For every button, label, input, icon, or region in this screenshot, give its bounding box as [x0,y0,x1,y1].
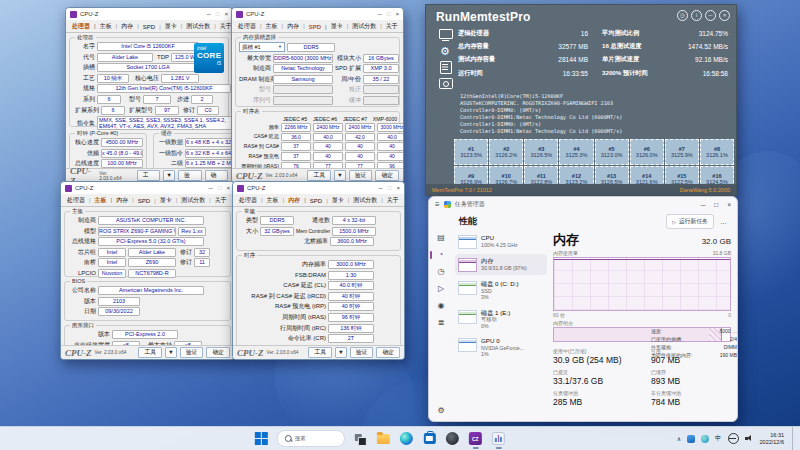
tray-clock[interactable]: 16:31 2022/12/6 [760,432,784,446]
performance-list-item[interactable]: CPU 100% 4.25 GHz [455,231,547,252]
tab-graphics[interactable]: 显卡 [163,22,185,31]
tools-dropdown[interactable]: ▼ [165,347,177,358]
tab-processor[interactable]: 处理器 [65,196,93,205]
nav-performance-icon[interactable]: ◔ [437,250,446,259]
performance-list-item[interactable]: 内存 30.9/31.8 GB (97%) [455,254,547,275]
performance-list-item[interactable]: 磁盘 1 (E:) 可移动 0% [455,306,547,333]
titlebar[interactable]: ≡ 任务管理器 ─ □ × [429,197,737,212]
tab-memory[interactable]: 内存 [119,22,141,31]
tab-mainboard[interactable]: 主板 [98,22,120,31]
tab-graphics[interactable]: 显卡 [330,196,352,205]
tools-button[interactable]: 工具 [137,170,160,181]
tab-about[interactable]: 关于 [213,196,229,205]
tab-bench[interactable]: 测试分数 [351,196,385,205]
close-icon[interactable]: × [396,182,400,194]
tab-spd[interactable]: SPD [141,24,163,30]
taskbar-search[interactable]: 搜索 [277,430,345,447]
tools-dropdown[interactable]: ▼ [163,170,175,181]
store-button[interactable] [422,431,437,446]
network-icon[interactable] [728,433,739,444]
tools-dropdown[interactable]: ▼ [334,170,346,181]
volume-icon[interactable] [745,435,754,443]
nav-processes-icon[interactable]: ▤ [437,233,445,242]
minimize-icon[interactable]: ─ [207,8,211,20]
camera-icon[interactable] [438,77,453,89]
more-options-button[interactable]: … [720,218,727,225]
titlebar[interactable]: CPU-Z ─□× [61,182,234,194]
tab-memory[interactable]: 内存 [285,22,307,31]
ok-button[interactable]: 确定 [375,170,399,181]
tools-dropdown[interactable]: ▼ [335,347,347,358]
tray-app-icon-2[interactable] [701,435,709,443]
run-new-task-button[interactable]: 运行新任务 [666,214,714,229]
tray-chevron-icon[interactable]: ∧ [677,435,681,442]
tab-processor[interactable]: 处理器 [236,22,264,31]
nav-details-icon[interactable]: ≣ [438,318,445,327]
tab-processor[interactable]: 处理器 [70,22,98,31]
show-desktop-button[interactable] [792,427,796,450]
tab-mainboard[interactable]: 主板 [93,196,115,205]
settings-gear-icon[interactable]: ⚙ [438,45,453,57]
close-icon[interactable]: × [226,182,230,194]
settings-gear-icon[interactable]: ⚙ [437,406,444,415]
tab-mainboard[interactable]: 主板 [265,196,287,205]
tab-processor[interactable]: 处理器 [237,196,265,205]
tab-graphics[interactable]: 显卡 [329,22,351,31]
nav-app-history-icon[interactable]: ◷ [438,267,445,276]
monitor-icon[interactable] [438,29,453,41]
tab-about[interactable]: 关于 [384,22,400,31]
slot-select[interactable]: 插槽 #1▼ [239,42,285,52]
tab-spd[interactable]: SPD [136,198,158,204]
performance-list-item[interactable]: GPU 0 NVIDIA GeForce... 1% [455,334,547,361]
validate-button[interactable]: 验证 [180,347,204,358]
minimize-icon[interactable]: ─ [379,182,383,194]
titlebar[interactable]: CPU-Z ─□× [66,8,232,20]
nav-users-icon[interactable]: ◉ [438,301,445,310]
tab-graphics[interactable]: 显卡 [158,196,180,205]
titlebar[interactable]: CPU-Z ─□× [232,8,403,20]
tray-app-icon-1[interactable] [687,435,695,443]
task-view-button[interactable] [353,431,368,446]
titlebar[interactable]: RunMemtestPro ◷ i ─ × [426,5,736,24]
edge-button[interactable] [399,431,414,446]
minimize-icon[interactable]: ─ [705,10,716,21]
ok-button[interactable]: 确定 [205,170,228,181]
tools-button[interactable]: 工具 [308,347,332,358]
report-icon[interactable] [438,61,453,73]
close-icon[interactable]: × [727,201,731,208]
tab-memory[interactable]: 内存 [114,196,136,205]
tools-button[interactable]: 工具 [307,170,331,181]
timer-icon[interactable]: ◷ [677,10,688,21]
performance-list-item[interactable]: 磁盘 0 (C: D:) SSD 3% [455,277,547,304]
app-button[interactable] [445,431,460,446]
tab-spd[interactable]: SPD [307,24,329,30]
titlebar[interactable]: CPU-Z ─□× [233,182,404,194]
minimize-icon[interactable]: ─ [701,201,706,208]
task-manager-taskbar-button[interactable] [491,431,506,446]
file-explorer-button[interactable] [376,431,391,446]
close-icon[interactable]: × [719,10,730,21]
minimize-icon[interactable]: ─ [209,182,213,194]
cpuz-taskbar-button[interactable]: CZ [468,431,483,446]
tab-memory[interactable]: 内存 [286,196,308,205]
tab-spd[interactable]: SPD [308,198,330,204]
start-button[interactable] [254,431,269,446]
ok-button[interactable]: 确定 [206,347,230,358]
nav-startup-icon[interactable]: ▷ [438,284,444,293]
info-icon[interactable]: i [691,10,702,21]
minimize-icon[interactable]: ─ [378,8,382,20]
tab-bench[interactable]: 测试分数 [350,22,384,31]
maximize-icon[interactable]: □ [714,201,718,208]
validate-button[interactable]: 验证 [350,347,374,358]
menu-icon[interactable]: ≡ [435,200,440,209]
tab-about[interactable]: 关于 [385,196,401,205]
tab-mainboard[interactable]: 主板 [264,22,286,31]
ime-indicator[interactable]: 中 [715,434,722,443]
tab-bench[interactable]: 测试分数 [179,196,213,205]
tab-bench[interactable]: 测试分数 [184,22,218,31]
tools-button[interactable]: 工具 [138,347,162,358]
close-icon[interactable]: × [395,8,399,20]
validate-button[interactable]: 验证 [178,170,201,181]
validate-button[interactable]: 验证 [349,170,373,181]
ok-button[interactable]: 确定 [376,347,400,358]
